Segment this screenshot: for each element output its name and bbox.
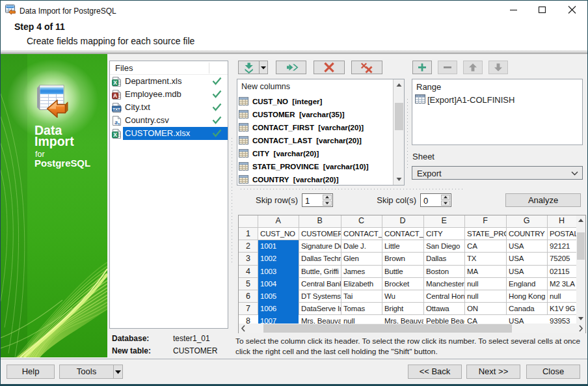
svg-text:PostgreSQL: PostgreSQL <box>34 158 90 169</box>
svg-text:for: for <box>35 150 45 159</box>
svg-text:Import: Import <box>34 134 74 148</box>
svg-text:A: A <box>113 92 117 99</box>
svg-text:TXT: TXT <box>113 107 120 111</box>
svg-text:X: X <box>113 79 117 86</box>
svg-text:X: X <box>113 131 117 138</box>
svg-text:a: a <box>114 118 118 126</box>
